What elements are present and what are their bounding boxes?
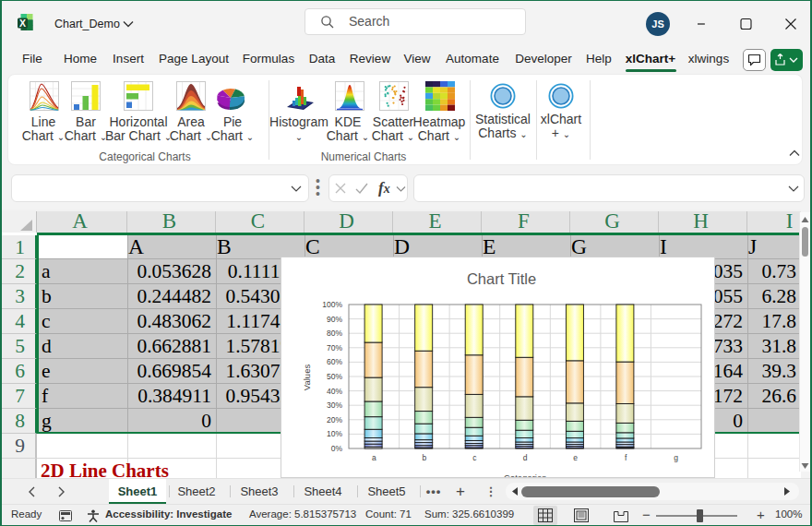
svg-text:90%: 90% (327, 315, 342, 324)
svg-text:50%: 50% (327, 372, 342, 381)
svg-text:60%: 60% (327, 357, 342, 366)
svg-text:X: X (19, 18, 26, 29)
svg-text:Values: Values (302, 365, 312, 391)
svg-text:b: b (423, 453, 427, 462)
svg-text:20%: 20% (327, 415, 342, 424)
svg-text:a: a (372, 453, 376, 462)
svg-text:100%: 100% (322, 300, 342, 309)
svg-text:g: g (674, 453, 678, 462)
svg-text:f: f (625, 453, 627, 462)
svg-text:0%: 0% (331, 444, 343, 453)
svg-text:70%: 70% (327, 343, 342, 353)
svg-text:e: e (573, 453, 578, 462)
svg-text:10%: 10% (327, 429, 342, 438)
svg-text:d: d (523, 453, 528, 462)
svg-text:c: c (472, 453, 477, 462)
svg-text:80%: 80% (327, 329, 342, 338)
svg-text:40%: 40% (327, 387, 342, 396)
svg-text:30%: 30% (327, 400, 342, 410)
